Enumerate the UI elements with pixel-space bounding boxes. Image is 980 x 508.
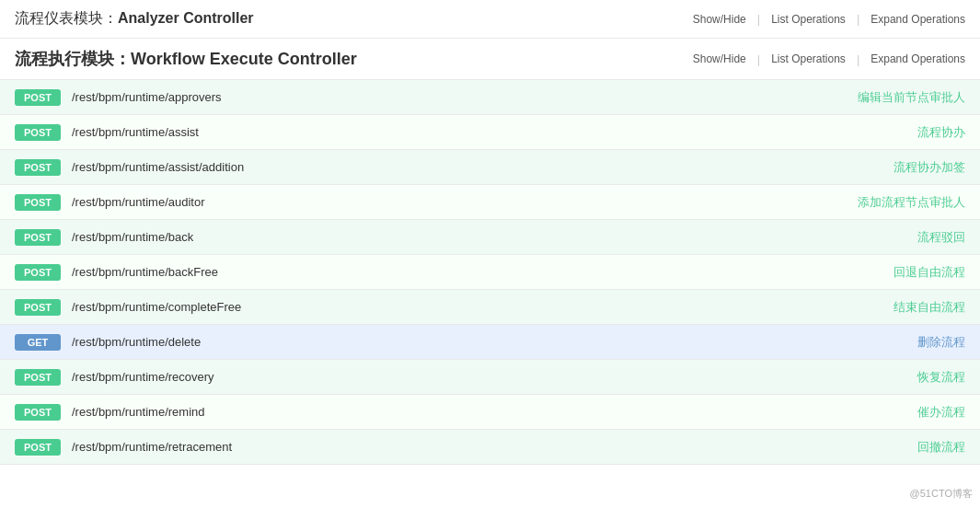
table-row[interactable]: POST/rest/bpm/runtime/recovery恢复流程 bbox=[0, 360, 980, 395]
analyzer-show-hide[interactable]: Show/Hide bbox=[693, 13, 746, 26]
analyzer-title-prefix: 流程仪表模块： bbox=[15, 10, 118, 26]
workflow-expand-operations[interactable]: Expand Operations bbox=[870, 52, 965, 65]
analyzer-section-title: 流程仪表模块：Analyzer Controller bbox=[15, 9, 254, 29]
api-desc: 删除流程 bbox=[917, 334, 965, 351]
api-path: /rest/bpm/runtime/approvers bbox=[72, 90, 858, 104]
workflow-show-hide[interactable]: Show/Hide bbox=[693, 52, 746, 65]
workflow-section-header: 流程执行模块：Workflow Execute Controller Show/… bbox=[0, 39, 980, 80]
api-path: /rest/bpm/runtime/remind bbox=[72, 405, 917, 419]
method-badge: POST bbox=[15, 404, 61, 421]
method-badge: POST bbox=[15, 124, 61, 141]
method-badge: POST bbox=[15, 439, 61, 456]
api-desc: 流程协办加签 bbox=[894, 159, 965, 176]
method-badge: POST bbox=[15, 159, 61, 176]
analyzer-list-operations[interactable]: List Operations bbox=[771, 13, 846, 26]
api-path: /rest/bpm/runtime/recovery bbox=[72, 370, 917, 384]
workflow-section-title: 流程执行模块：Workflow Execute Controller bbox=[15, 48, 357, 70]
api-path: /rest/bpm/runtime/backFree bbox=[72, 265, 894, 279]
api-path: /rest/bpm/runtime/retracement bbox=[72, 440, 917, 454]
api-desc: 催办流程 bbox=[917, 404, 965, 421]
divider-2: | bbox=[857, 12, 859, 26]
api-path: /rest/bpm/runtime/assist/addition bbox=[72, 160, 894, 174]
api-desc: 回退自由流程 bbox=[894, 264, 965, 281]
api-path: /rest/bpm/runtime/delete bbox=[72, 335, 917, 349]
api-desc: 结束自由流程 bbox=[894, 299, 965, 316]
api-desc: 流程协办 bbox=[917, 124, 965, 141]
method-badge: POST bbox=[15, 369, 61, 386]
table-row[interactable]: POST/rest/bpm/runtime/assist流程协办 bbox=[0, 115, 980, 150]
table-row[interactable]: POST/rest/bpm/runtime/remind催办流程 bbox=[0, 395, 980, 430]
method-badge: POST bbox=[15, 89, 61, 106]
table-row[interactable]: POST/rest/bpm/runtime/assist/addition流程协… bbox=[0, 150, 980, 185]
method-badge: GET bbox=[15, 334, 61, 351]
analyzer-title-main: Analyzer Controller bbox=[118, 10, 254, 26]
api-desc: 回撤流程 bbox=[917, 439, 965, 456]
workflow-title-prefix: 流程执行模块： bbox=[15, 50, 131, 68]
table-row[interactable]: POST/rest/bpm/runtime/back流程驳回 bbox=[0, 220, 980, 255]
table-row[interactable]: POST/rest/bpm/runtime/completeFree结束自由流程 bbox=[0, 290, 980, 325]
workflow-list-operations[interactable]: List Operations bbox=[771, 52, 846, 65]
api-path: /rest/bpm/runtime/auditor bbox=[72, 195, 858, 209]
table-row[interactable]: POST/rest/bpm/runtime/backFree回退自由流程 bbox=[0, 255, 980, 290]
table-row[interactable]: POST/rest/bpm/runtime/auditor添加流程节点审批人 bbox=[0, 185, 980, 220]
workflow-actions: Show/Hide | List Operations | Expand Ope… bbox=[693, 52, 965, 66]
method-badge: POST bbox=[15, 264, 61, 281]
workflow-title-main: Workflow Execute Controller bbox=[131, 50, 357, 68]
analyzer-section-header: 流程仪表模块：Analyzer Controller Show/Hide | L… bbox=[0, 0, 980, 39]
table-row[interactable]: POST/rest/bpm/runtime/approvers编辑当前节点审批人 bbox=[0, 80, 980, 115]
divider-1: | bbox=[757, 12, 760, 26]
api-desc: 恢复流程 bbox=[917, 369, 965, 386]
method-badge: POST bbox=[15, 299, 61, 316]
api-path: /rest/bpm/runtime/back bbox=[72, 230, 917, 244]
api-list: POST/rest/bpm/runtime/approvers编辑当前节点审批人… bbox=[0, 80, 980, 465]
api-desc: 流程驳回 bbox=[917, 229, 965, 246]
table-row[interactable]: GET/rest/bpm/runtime/delete删除流程 bbox=[0, 325, 980, 360]
method-badge: POST bbox=[15, 229, 61, 246]
api-desc: 编辑当前节点审批人 bbox=[858, 89, 965, 106]
api-path: /rest/bpm/runtime/assist bbox=[72, 125, 917, 139]
api-path: /rest/bpm/runtime/completeFree bbox=[72, 300, 894, 314]
divider-3: | bbox=[757, 52, 760, 66]
table-row[interactable]: POST/rest/bpm/runtime/retracement回撤流程 bbox=[0, 430, 980, 465]
method-badge: POST bbox=[15, 194, 61, 211]
api-desc: 添加流程节点审批人 bbox=[858, 194, 965, 211]
analyzer-actions: Show/Hide | List Operations | Expand Ope… bbox=[693, 12, 965, 26]
analyzer-expand-operations[interactable]: Expand Operations bbox=[870, 13, 965, 26]
divider-4: | bbox=[857, 52, 859, 66]
